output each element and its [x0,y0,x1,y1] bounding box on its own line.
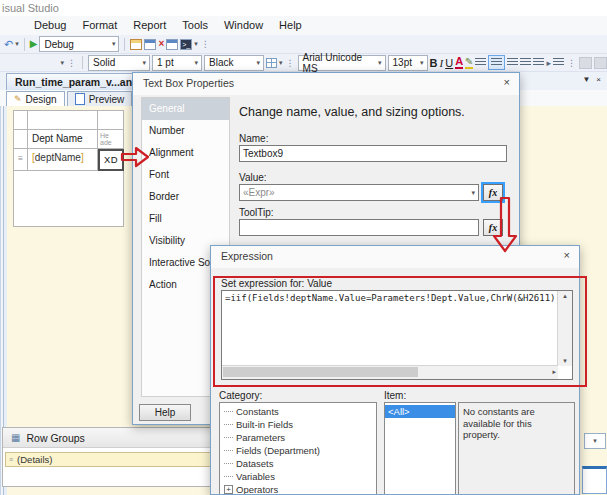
item-all-selected[interactable]: <All> [385,405,455,418]
run-config-combo[interactable]: Debug ▾ [39,36,119,52]
chevron-down-icon[interactable]: ▾ [61,59,65,67]
nav-item-number[interactable]: Number [142,120,229,142]
dialog-title: Expression [221,250,273,262]
options-icon[interactable]: × [158,38,164,50]
increase-indent-button[interactable] [553,58,564,67]
chevron-down-icon[interactable]: ▾ [194,40,198,48]
bullet-list-button[interactable] [533,58,544,67]
menu-help[interactable]: Help [271,16,310,35]
row-handle-icon[interactable]: ≡ [14,149,28,171]
chevron-down-icon[interactable]: ▾ [279,59,283,67]
layout-icon-disabled [594,57,607,69]
nav-item-font[interactable]: Font [142,164,229,186]
tab-scroll-icon[interactable]: ▼ [582,75,590,84]
align-right-button[interactable] [507,58,518,67]
toolbar-overflow-icon[interactable]: ⋮ [567,58,576,68]
nav-item-fill[interactable]: Fill [142,208,229,230]
nav-item-alignment[interactable]: Alignment [142,142,229,164]
menu-bar: Debug Format Report Tools Window Help [0,16,607,35]
chevron-down-icon: ▾ [374,59,382,67]
redo-icon[interactable]: ↶ [4,37,13,51]
category-label: Category: [219,390,262,401]
font-color-button[interactable]: A [455,56,463,69]
bold-button[interactable]: B [430,56,438,70]
category-constants[interactable]: Constants [224,405,376,418]
nav-item-general[interactable]: General [142,98,229,120]
close-icon[interactable]: × [504,76,510,88]
menu-window[interactable]: Window [216,16,271,35]
field-cell[interactable]: [deptName] [28,149,98,171]
row-handle[interactable] [14,130,28,149]
category-datasets[interactable]: Datasets [224,457,376,470]
header-cell[interactable]: Dept Name [28,130,98,149]
column-handle[interactable] [14,111,28,130]
name-input[interactable]: Textbox9 [239,145,507,162]
toolbar-overflow-icon[interactable]: ⋮ [67,58,76,68]
menu-report[interactable]: Report [125,16,174,35]
chevron-down-icon: ▾ [191,59,199,67]
menu-tools[interactable]: Tools [174,16,216,35]
properties-window-icon[interactable] [144,39,156,50]
category-variables[interactable]: Variables [224,470,376,483]
chevron-down-icon: ▾ [253,59,261,67]
decrease-indent-button[interactable]: ▸ [546,56,551,70]
chevron-down-icon: ▾ [139,59,147,67]
toolbar-separator [124,38,125,51]
tab-design[interactable]: ✎ Design [6,91,65,106]
tree-line [224,411,233,412]
align-left-button[interactable] [475,58,486,67]
description-panel: No constants are available for this prop… [458,402,575,495]
item-list: <All> [384,402,456,495]
category-parameters[interactable]: Parameters [224,431,376,444]
value-label: Value: [239,172,267,183]
category-tree: Constants Built-in Fields Parameters Fie… [219,402,377,495]
redo-dropdown-icon[interactable]: ▾ [15,40,19,48]
border-width-combo[interactable]: 1 pt ▾ [152,55,202,71]
column-handle[interactable] [28,111,98,130]
tab-close-icon[interactable]: × [596,75,601,84]
table-body-area [13,170,124,227]
tooltip-label: ToolTip: [239,207,274,218]
background-panel-fragment [582,466,607,494]
help-button[interactable]: Help [139,404,191,421]
category-built-in-fields[interactable]: Built-in Fields [224,418,376,431]
tree-line [224,424,233,425]
column-handle[interactable] [98,111,124,130]
border-style-combo[interactable]: Solid ▾ [88,55,150,71]
dialog-titlebar: Expression × [211,246,579,268]
field-name: deptName [35,152,81,163]
highlight-button[interactable]: ✎ [465,56,473,69]
toolbar-separator [24,38,25,51]
add-item-icon[interactable] [166,39,178,50]
borders-icon[interactable] [266,58,277,68]
expand-icon[interactable]: + [224,485,233,494]
numbered-list-button[interactable] [520,58,531,67]
solution-explorer-icon[interactable] [130,39,142,50]
border-color-combo[interactable]: Black ▾ [204,55,264,71]
value-combo[interactable]: «Expr» ▾ [239,184,479,201]
run-button[interactable]: ▶ [30,37,38,51]
tab-preview[interactable]: Preview [67,91,133,106]
menu-debug[interactable]: Debug [26,16,74,35]
dialog-title: Text Box Properties [143,77,234,89]
command-window-icon[interactable]: >_ [180,39,192,50]
underline-button[interactable]: U [445,56,453,70]
close-icon[interactable]: × [564,249,570,261]
toolbar-overflow-icon[interactable]: ⋮ [286,58,295,68]
annotation-arrow-down [492,196,519,254]
rotated-header-line: ade [100,139,123,146]
tooltip-input[interactable] [239,219,479,236]
category-fields-department[interactable]: Fields (Department) [224,444,376,457]
category-operators[interactable]: +Operators [224,483,376,495]
italic-button[interactable]: I [440,56,444,70]
font-size-combo[interactable]: 13pt ▾ [388,55,428,71]
align-center-button[interactable] [488,55,505,70]
annotation-arrow-right [120,146,151,169]
dialog-heading: Change name, value, and sizing options. [239,105,465,119]
nav-item-border[interactable]: Border [142,186,229,208]
tree-line [224,450,233,451]
font-name-combo[interactable]: Arial Unicode MS ▾ [298,55,386,71]
chevron-down-icon: ▾ [108,40,116,48]
toolbar-overflow-icon[interactable]: ⋮ [201,39,210,49]
menu-format[interactable]: Format [74,16,125,35]
